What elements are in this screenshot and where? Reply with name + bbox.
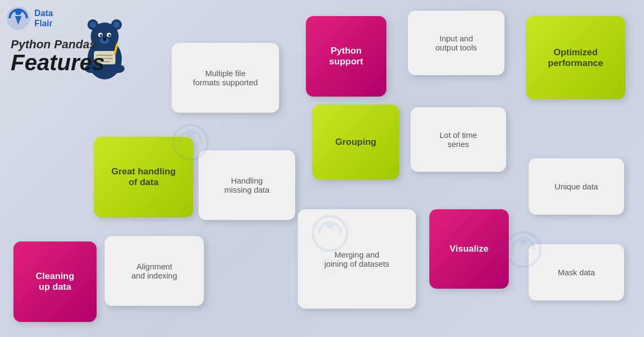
grouping-label: Grouping — [335, 137, 376, 148]
python-support-label: Python support — [329, 46, 363, 67]
input-output-card: Input and output tools — [408, 11, 504, 75]
optimized-label: Optimized performance — [548, 47, 603, 69]
cleaning-up-card: Cleaning up data — [13, 241, 97, 322]
multiple-file-label: Multiple file formats supported — [193, 69, 258, 87]
unique-data-card: Unique data — [529, 158, 624, 215]
lot-time-series-label: Lot of time series — [440, 130, 477, 149]
logo-line1: Data — [34, 8, 53, 18]
visualize-label: Visualize — [450, 244, 488, 254]
alignment-card: Alignment and indexing — [105, 236, 204, 306]
title-features: Features — [11, 52, 150, 74]
svg-point-1 — [15, 9, 21, 15]
handling-missing-label: Handling missing data — [224, 176, 269, 194]
merging-card: Merging and joining of datasets — [298, 209, 416, 309]
handling-missing-card: Handling missing data — [199, 150, 295, 220]
title-area: Python Pandas Features — [11, 38, 150, 74]
lot-time-series-card: Lot of time series — [411, 107, 506, 172]
visualize-card: Visualize — [429, 209, 509, 289]
grouping-card: Grouping — [312, 105, 399, 180]
logo-text: Data Flair — [34, 8, 53, 28]
mask-data-card: Mask data — [529, 244, 624, 301]
multiple-file-card: Multiple file formats supported — [172, 43, 279, 113]
logo-line2: Flair — [34, 18, 53, 28]
python-support-card: Python support — [306, 16, 386, 97]
alignment-label: Alignment and indexing — [131, 262, 177, 280]
svg-point-7 — [113, 21, 120, 28]
logo-icon — [5, 5, 31, 31]
input-output-label: Input and output tools — [435, 34, 477, 52]
svg-point-11 — [108, 34, 111, 36]
unique-data-label: Unique data — [555, 182, 598, 191]
cleaning-up-label: Cleaning up data — [36, 271, 75, 292]
great-handling-label: Great handling of data — [112, 166, 176, 188]
svg-point-22 — [187, 130, 195, 138]
great-handling-card: Great handling of data — [94, 137, 193, 217]
mask-data-label: Mask data — [558, 268, 595, 277]
svg-point-26 — [519, 237, 528, 245]
optimized-card: Optimized performance — [526, 16, 625, 99]
svg-point-6 — [90, 21, 96, 28]
logo: Data Flair — [5, 5, 53, 31]
svg-point-10 — [100, 34, 102, 36]
merging-label: Merging and joining of datasets — [325, 250, 390, 268]
